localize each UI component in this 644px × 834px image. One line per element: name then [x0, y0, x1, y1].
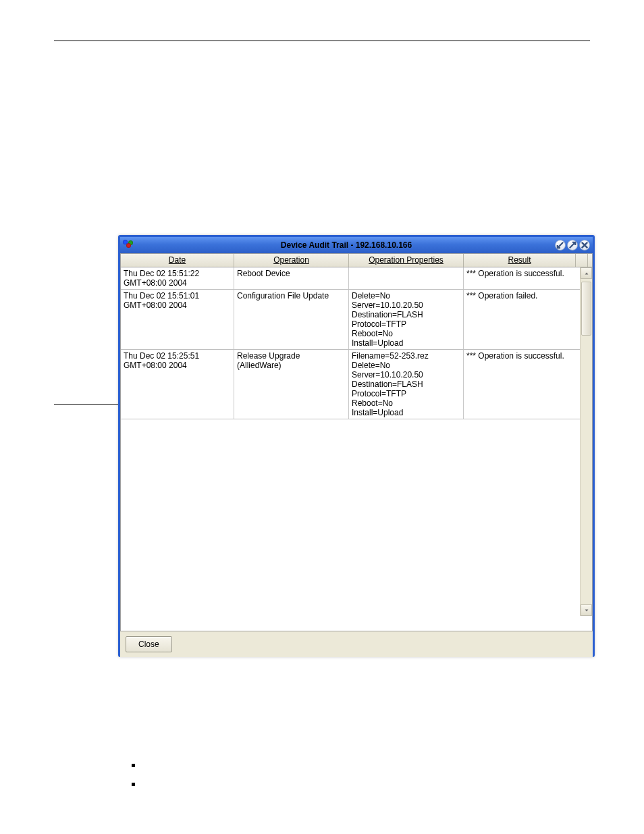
cell-result: *** Operation failed.	[464, 290, 576, 349]
minimize-icon[interactable]	[555, 240, 566, 251]
col-scroll-gutter	[576, 254, 588, 267]
cell-operation: Release Upgrade (AlliedWare)	[234, 350, 349, 419]
close-button[interactable]: Close	[126, 636, 172, 652]
window-title: Device Audit Trail - 192.168.10.166	[138, 240, 555, 250]
col-operation[interactable]: Operation	[234, 254, 349, 267]
cell-operation: Reboot Device	[234, 267, 349, 289]
scroll-thumb[interactable]	[581, 282, 591, 336]
bullet-item	[132, 760, 142, 779]
scroll-up-button[interactable]	[581, 267, 592, 279]
cell-date: Thu Dec 02 15:51:22 GMT+08:00 2004	[121, 267, 234, 289]
table-header: Date Operation Operation Properties Resu…	[121, 254, 592, 267]
header-link[interactable]	[54, 48, 108, 57]
app-icon	[123, 240, 134, 251]
audit-table: Date Operation Operation Properties Resu…	[120, 253, 593, 631]
cell-date: Thu Dec 02 15:51:01 GMT+08:00 2004	[121, 290, 234, 349]
cell-properties	[349, 267, 464, 289]
cell-result: *** Operation is successful.	[464, 350, 576, 419]
cell-properties: Delete=No Server=10.10.20.50 Destination…	[349, 290, 464, 349]
table-row[interactable]: Thu Dec 02 15:51:01 GMT+08:00 2004Config…	[121, 290, 580, 350]
titlebar: Device Audit Trail - 192.168.10.166	[120, 237, 593, 253]
device-audit-window: Device Audit Trail - 192.168.10.166 Date…	[118, 235, 595, 657]
col-result[interactable]: Result	[464, 254, 576, 267]
cell-result: *** Operation is successful.	[464, 267, 576, 289]
top-rule	[54, 41, 590, 41]
col-properties[interactable]: Operation Properties	[349, 254, 464, 267]
col-date[interactable]: Date	[121, 254, 234, 267]
cell-operation: Configuration File Update	[234, 290, 349, 349]
scroll-down-button[interactable]	[581, 604, 592, 616]
table-row[interactable]: Thu Dec 02 15:51:22 GMT+08:00 2004Reboot…	[121, 267, 580, 290]
window-footer: Close	[120, 631, 593, 657]
close-icon[interactable]	[579, 240, 590, 251]
maximize-icon[interactable]	[567, 240, 578, 251]
page-bullets	[132, 760, 142, 798]
table-row[interactable]: Thu Dec 02 15:25:51 GMT+08:00 2004Releas…	[121, 350, 580, 419]
scrollbar	[580, 267, 592, 616]
cell-date: Thu Dec 02 15:25:51 GMT+08:00 2004	[121, 350, 234, 419]
cell-properties: Filename=52-253.rez Delete=No Server=10.…	[349, 350, 464, 419]
scroll-track[interactable]	[581, 279, 592, 604]
bullet-item	[132, 779, 142, 798]
